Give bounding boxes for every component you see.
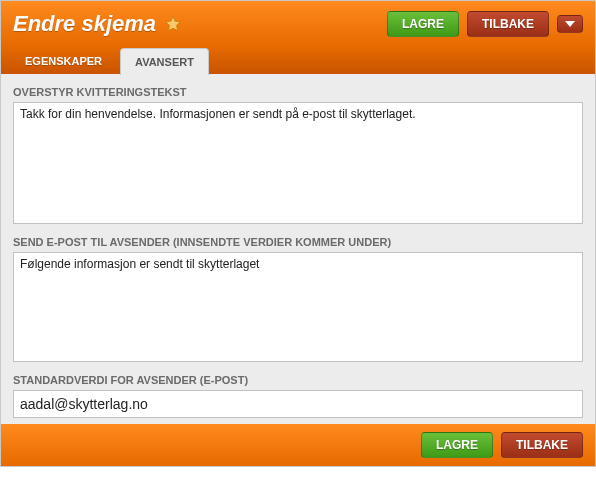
tab-egenskaper[interactable]: EGENSKAPER — [11, 48, 116, 75]
form-editor-window: Endre skjema LAGRE TILBAKE EGENSKAPER AV… — [0, 0, 596, 467]
footer-bar: LAGRE TILBAKE — [1, 424, 595, 466]
default-sender-input[interactable] — [13, 390, 583, 418]
chevron-down-icon — [565, 21, 575, 27]
back-button[interactable]: TILBAKE — [467, 11, 549, 37]
tab-avansert[interactable]: AVANSERT — [120, 48, 209, 75]
page-title: Endre skjema — [13, 11, 156, 37]
receipt-text-input[interactable] — [13, 102, 583, 224]
favorite-star-icon[interactable] — [164, 15, 182, 33]
footer-save-button[interactable]: LAGRE — [421, 432, 493, 458]
header-bar: Endre skjema LAGRE TILBAKE — [1, 1, 595, 47]
back-dropdown-button[interactable] — [557, 15, 583, 33]
default-sender-label: STANDARDVERDI FOR AVSENDER (E-POST) — [13, 374, 583, 386]
footer-back-button[interactable]: TILBAKE — [501, 432, 583, 458]
form-body: OVERSTYR KVITTERINGSTEKST SEND E-POST TI… — [1, 74, 595, 424]
email-text-input[interactable] — [13, 252, 583, 362]
tab-bar: EGENSKAPER AVANSERT — [1, 47, 595, 74]
receipt-text-label: OVERSTYR KVITTERINGSTEKST — [13, 86, 583, 98]
save-button[interactable]: LAGRE — [387, 11, 459, 37]
email-text-label: SEND E-POST TIL AVSENDER (INNSENDTE VERD… — [13, 236, 583, 248]
